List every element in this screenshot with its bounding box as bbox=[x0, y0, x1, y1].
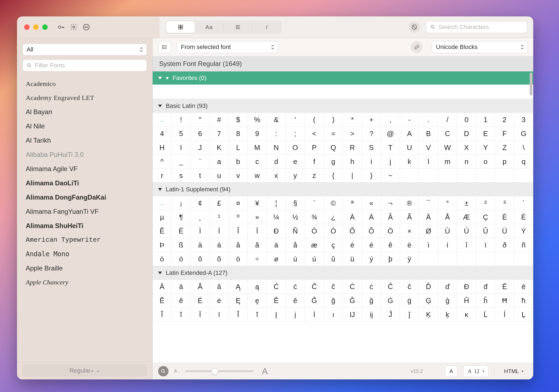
char-cell[interactable]: Ü bbox=[495, 224, 514, 238]
char-cell[interactable]: ã bbox=[248, 238, 267, 252]
list-toggle-button[interactable] bbox=[158, 41, 171, 53]
char-cell[interactable]: â bbox=[229, 238, 248, 252]
filter-fonts-field[interactable] bbox=[22, 59, 147, 71]
char-cell[interactable]: Ò bbox=[305, 224, 324, 238]
char-cell[interactable]: à bbox=[191, 238, 210, 252]
char-cell[interactable]: 4 bbox=[153, 127, 172, 141]
char-cell[interactable]: « bbox=[362, 196, 381, 210]
info-view-button[interactable]: i bbox=[252, 21, 281, 33]
char-cell[interactable]: ? bbox=[362, 127, 381, 141]
char-cell[interactable]: ó bbox=[172, 252, 190, 266]
char-cell[interactable]: Ê bbox=[153, 224, 172, 238]
char-cell[interactable]: þ bbox=[381, 252, 400, 266]
char-cell[interactable]: Ą bbox=[229, 280, 248, 294]
char-cell[interactable]: ø bbox=[267, 252, 286, 266]
char-cell[interactable]: ç bbox=[324, 238, 343, 252]
char-cell[interactable]: ' bbox=[286, 113, 305, 127]
font-list-item[interactable]: Alimama DaoLiTi bbox=[19, 176, 152, 190]
favorites-section-header[interactable]: ♥ Favorites (0) bbox=[153, 71, 533, 85]
char-cell[interactable]: ĩ bbox=[172, 308, 190, 322]
char-cell[interactable]: Ó bbox=[324, 224, 343, 238]
char-cell[interactable]: ¯ bbox=[419, 196, 438, 210]
char-cell[interactable]: ( bbox=[305, 113, 324, 127]
char-cell[interactable]: Ã bbox=[400, 210, 419, 224]
font-list-item[interactable]: Apple Braille bbox=[19, 261, 152, 275]
font-list-item[interactable]: Academy Engraved LET bbox=[19, 91, 152, 105]
char-cell[interactable]: © bbox=[324, 196, 343, 210]
grouping-dropdown[interactable]: Unicode Blocks bbox=[432, 41, 528, 53]
char-cell[interactable]: ä bbox=[267, 238, 286, 252]
char-cell[interactable]: J bbox=[191, 141, 210, 155]
char-cell[interactable]: ¬ bbox=[381, 196, 400, 210]
char-cell[interactable]: ì bbox=[419, 238, 438, 252]
char-cell[interactable]: ¸ bbox=[191, 210, 210, 224]
char-cell[interactable]: ò bbox=[153, 252, 172, 266]
char-cell[interactable]: + bbox=[362, 113, 381, 127]
char-cell[interactable]: Ö bbox=[381, 224, 400, 238]
char-cell[interactable]: Ě bbox=[267, 294, 286, 308]
char-cell[interactable]: é bbox=[362, 238, 381, 252]
char-cell[interactable]: . bbox=[419, 113, 438, 127]
char-cell[interactable]: 3 bbox=[514, 113, 533, 127]
char-cell[interactable]: ė bbox=[210, 294, 229, 308]
char-cell[interactable]: W bbox=[438, 141, 457, 155]
char-cell[interactable]: Í bbox=[210, 224, 229, 238]
char-cell[interactable]: y bbox=[286, 169, 305, 183]
char-cell[interactable]: a bbox=[210, 155, 229, 169]
char-cell[interactable]: ª bbox=[343, 196, 362, 210]
minimize-window-button[interactable] bbox=[33, 24, 39, 30]
char-cell[interactable]: ¿ bbox=[324, 210, 343, 224]
char-cell[interactable]: p bbox=[495, 155, 514, 169]
char-cell[interactable]: T bbox=[381, 141, 400, 155]
char-cell[interactable]: G bbox=[514, 127, 533, 141]
char-cell[interactable]: Z bbox=[495, 141, 514, 155]
zoom-reset-button[interactable] bbox=[158, 366, 169, 376]
char-cell[interactable]: Ð bbox=[267, 224, 286, 238]
char-cell[interactable]: 2 bbox=[495, 113, 514, 127]
font-list-item[interactable]: American Typewriter bbox=[19, 233, 152, 247]
char-cell[interactable]: ī bbox=[210, 308, 229, 322]
char-cell[interactable]: ĕ bbox=[172, 294, 190, 308]
char-cell[interactable]: d bbox=[267, 155, 286, 169]
section-header-latin-ext-a[interactable]: Latin Extended-A (127) bbox=[153, 266, 533, 280]
char-cell[interactable]: x bbox=[267, 169, 286, 183]
char-cell[interactable]: Ć bbox=[267, 280, 286, 294]
char-cell[interactable]: D bbox=[457, 127, 476, 141]
char-cell[interactable]: ě bbox=[286, 294, 305, 308]
char-cell[interactable]: 7 bbox=[210, 127, 229, 141]
char-cell[interactable]: V bbox=[419, 141, 438, 155]
link-icon[interactable] bbox=[411, 41, 423, 53]
copy-format-dropdown[interactable]: HTML ▾ bbox=[500, 366, 528, 377]
codepoint-dropdown[interactable]: A 12 ▾ bbox=[463, 365, 488, 377]
char-cell[interactable]: Ď bbox=[419, 280, 438, 294]
char-cell[interactable]: Ġ bbox=[381, 294, 400, 308]
char-cell[interactable]: Ë bbox=[172, 224, 190, 238]
more-icon[interactable] bbox=[82, 23, 90, 31]
char-cell[interactable]: Ô bbox=[343, 224, 362, 238]
char-cell[interactable]: % bbox=[248, 113, 267, 127]
char-cell[interactable]: l bbox=[419, 155, 438, 169]
char-cell[interactable]: ¶ bbox=[172, 210, 190, 224]
char-cell[interactable]: Ĥ bbox=[457, 294, 476, 308]
char-cell[interactable]: Å bbox=[438, 210, 457, 224]
char-cell[interactable]: Ì bbox=[191, 224, 210, 238]
char-cell[interactable]: e bbox=[286, 155, 305, 169]
search-characters-field[interactable] bbox=[426, 21, 527, 33]
char-cell[interactable]: º bbox=[229, 210, 248, 224]
char-cell[interactable]: è bbox=[343, 238, 362, 252]
char-cell[interactable]: q bbox=[514, 155, 533, 169]
char-cell[interactable]: Ċ bbox=[343, 280, 362, 294]
font-list-item[interactable]: Alimama ShuHeiTi bbox=[19, 219, 152, 233]
char-cell[interactable]: S bbox=[362, 141, 381, 155]
char-cell[interactable]: ± bbox=[457, 196, 476, 210]
zoom-slider[interactable] bbox=[185, 370, 254, 372]
char-cell[interactable]: Ø bbox=[419, 224, 438, 238]
char-cell[interactable]: Ĺ bbox=[476, 308, 495, 322]
char-cell[interactable]: Î bbox=[229, 224, 248, 238]
char-cell[interactable]: Ģ bbox=[419, 294, 438, 308]
char-cell[interactable]: å bbox=[286, 238, 305, 252]
char-cell[interactable]: ď bbox=[438, 280, 457, 294]
char-cell[interactable]: K bbox=[210, 141, 229, 155]
char-cell[interactable]: À bbox=[343, 210, 362, 224]
char-cell[interactable]: Û bbox=[476, 224, 495, 238]
